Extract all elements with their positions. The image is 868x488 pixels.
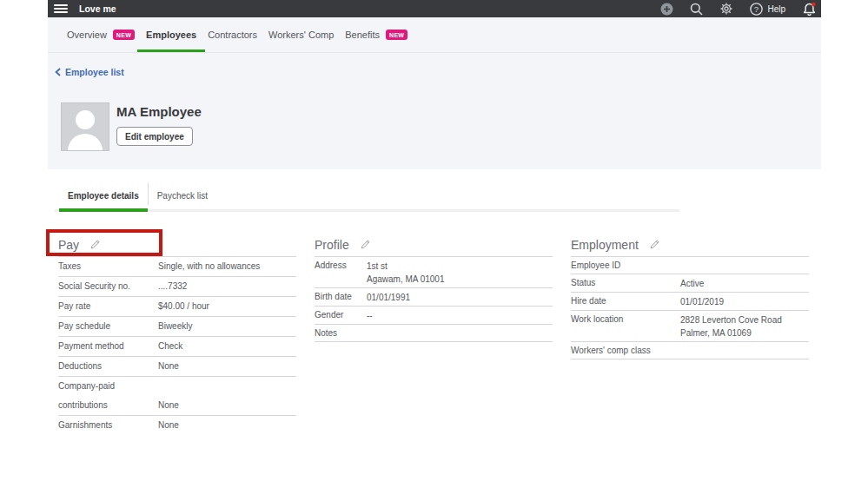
row-label: Birth date xyxy=(315,291,367,303)
avatar-person-icon xyxy=(76,110,95,129)
pay-section: Pay TaxesSingle, with no allowancesSocia… xyxy=(58,238,296,435)
row-label: Pay rate xyxy=(58,297,158,316)
payroll-nav-tabs: Overview NEW Employees Contractors Worke… xyxy=(48,17,821,53)
tab-paycheck-list-label: Paycheck list xyxy=(157,191,208,201)
tab-workers-comp[interactable]: Workers' Comp xyxy=(268,17,334,52)
search-icon[interactable] xyxy=(690,3,703,16)
row-label: Deductions xyxy=(58,357,158,376)
row-label: Pay schedule xyxy=(58,317,158,336)
content-area: Employee details Paycheck list Pay Taxes… xyxy=(48,169,821,435)
detail-row: Address1st stAgawam, MA 01001 xyxy=(315,257,553,288)
row-value: None xyxy=(158,416,296,435)
detail-row: Pay scheduleBiweekly xyxy=(58,317,296,337)
edit-employment-pencil-icon[interactable] xyxy=(649,239,660,250)
employee-name: MA Employee xyxy=(116,104,202,119)
row-label: Payment method xyxy=(58,337,158,356)
page-header-area: Overview NEW Employees Contractors Worke… xyxy=(48,17,821,169)
employment-section-title: Employment xyxy=(571,238,639,252)
help-button[interactable]: ? Help xyxy=(750,3,785,16)
tab-employees[interactable]: Employees xyxy=(146,17,196,52)
tab-benefits[interactable]: Benefits NEW xyxy=(345,17,407,52)
tab-paycheck-list[interactable]: Paycheck list xyxy=(149,169,216,212)
detail-row: Work location2828 Leverton Cove RoadPalm… xyxy=(571,311,809,342)
detail-row: Employee ID xyxy=(571,257,809,274)
profile-section-title: Profile xyxy=(315,238,349,252)
row-value: None xyxy=(158,357,296,376)
row-label: Employee ID xyxy=(571,260,680,272)
detail-row: Notes xyxy=(315,325,553,342)
gear-icon[interactable] xyxy=(719,2,733,16)
row-label: Work location xyxy=(571,313,680,326)
back-row: Employee list xyxy=(48,53,821,80)
tab-employee-details[interactable]: Employee details xyxy=(59,169,148,212)
plus-icon[interactable] xyxy=(660,3,673,16)
company-name: Love me xyxy=(79,3,116,14)
detail-tabs: Employee details Paycheck list xyxy=(48,169,821,212)
detail-row: StatusActive xyxy=(571,274,809,293)
row-value: ....7332 xyxy=(158,277,296,296)
chevron-left-icon xyxy=(55,68,61,76)
employee-avatar xyxy=(61,102,109,151)
detail-columns: Pay TaxesSingle, with no allowancesSocia… xyxy=(48,212,821,435)
detail-row: Gender-- xyxy=(315,307,553,325)
employment-section: Employment Employee IDStatusActiveHire d… xyxy=(571,238,809,435)
detail-row: TaxesSingle, with no allowances xyxy=(58,257,296,277)
employment-section-header: Employment xyxy=(571,238,809,257)
row-value: 2828 Leverton Cove RoadPalmer, MA 01069 xyxy=(680,313,809,340)
row-label: Notes xyxy=(315,327,367,340)
edit-employee-button[interactable]: Edit employee xyxy=(116,127,193,146)
tab-workers-comp-label: Workers' Comp xyxy=(268,30,334,40)
employee-header: MA Employee Edit employee xyxy=(48,80,821,169)
row-value: 01/01/1991 xyxy=(367,291,553,304)
pay-section-title: Pay xyxy=(58,238,79,252)
employee-list-back-link[interactable]: Employee list xyxy=(55,67,124,77)
tab-benefits-label: Benefits xyxy=(345,30,380,40)
help-icon: ? xyxy=(750,3,763,16)
tab-contractors-label: Contractors xyxy=(208,30,257,40)
top-navigation-bar: Love me ? Help xyxy=(48,0,821,17)
detail-row: Hire date01/01/2019 xyxy=(571,293,809,311)
edit-pay-pencil-icon[interactable] xyxy=(89,239,101,250)
hamburger-menu-icon[interactable] xyxy=(54,4,68,13)
row-label: Taxes xyxy=(58,257,158,276)
row-label: Status xyxy=(571,277,680,289)
row-value: $40.00 / hour xyxy=(158,297,296,316)
tab-contractors[interactable]: Contractors xyxy=(208,17,257,52)
row-value: Check xyxy=(158,337,296,356)
pay-section-header: Pay xyxy=(58,238,296,257)
row-value: -- xyxy=(367,309,553,322)
row-label: Hire date xyxy=(571,295,680,307)
detail-row: Social Security no.....7332 xyxy=(58,277,296,297)
row-label: Gender xyxy=(315,309,367,321)
row-label: Company-paid contributions xyxy=(58,377,158,415)
app-window: Love me ? Help Overview NEW xyxy=(48,0,821,488)
back-link-label: Employee list xyxy=(65,67,124,77)
notification-bell-icon[interactable] xyxy=(802,2,817,16)
row-value: 1st stAgawam, MA 01001 xyxy=(367,260,553,286)
row-label: Workers' comp class xyxy=(571,345,680,357)
row-value: None xyxy=(158,396,296,415)
row-value: Active xyxy=(680,277,809,290)
row-label: Address xyxy=(315,260,367,272)
detail-row: DeductionsNone xyxy=(58,357,296,377)
profile-section: Profile Address1st stAgawam, MA 01001Bir… xyxy=(315,238,553,435)
help-label: Help xyxy=(767,4,785,14)
profile-section-header: Profile xyxy=(315,238,553,257)
detail-row: Payment methodCheck xyxy=(58,337,296,357)
svg-text:?: ? xyxy=(754,3,759,13)
detail-row: Birth date01/01/1991 xyxy=(315,288,553,307)
row-value: 01/01/2019 xyxy=(680,295,809,308)
tab-employees-label: Employees xyxy=(146,30,196,40)
detail-row: Pay rate$40.00 / hour xyxy=(58,297,296,317)
detail-row: GarnishmentsNone xyxy=(58,416,296,435)
row-value: Biweekly xyxy=(158,317,296,336)
row-label: Garnishments xyxy=(58,416,158,435)
topbar-actions: ? Help xyxy=(660,2,817,16)
tab-overview-label: Overview xyxy=(67,30,107,40)
new-badge: NEW xyxy=(113,30,135,40)
row-label: Social Security no. xyxy=(58,277,158,296)
edit-profile-pencil-icon[interactable] xyxy=(360,239,371,250)
tab-overview[interactable]: Overview NEW xyxy=(67,17,135,52)
new-badge: NEW xyxy=(386,30,407,40)
tab-employee-details-label: Employee details xyxy=(68,191,139,201)
